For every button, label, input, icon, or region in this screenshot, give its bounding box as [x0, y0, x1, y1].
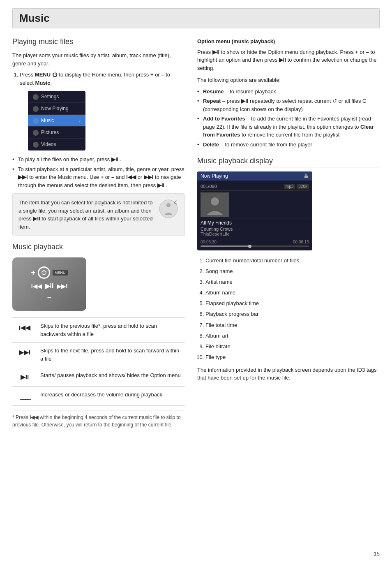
display-item-2: Song name [205, 267, 380, 276]
np-left: 001/090 mp3 320k [201, 184, 309, 236]
display-item-1: Current file number/total number of file… [205, 256, 380, 265]
footer-note: * Press I◀◀ within the beginning 4 secon… [12, 410, 185, 428]
settings-icon [33, 94, 39, 100]
menu-item-videos: Videos [28, 139, 85, 151]
display-item-10: File type [205, 353, 380, 362]
control-desc-play: Starts/ pauses playback and shows/ hides… [37, 367, 185, 387]
step-1: Press MENU ⏻ to display the Home menu, t… [20, 71, 185, 151]
info-box-text: The item that you can select for playbac… [18, 199, 153, 231]
np-album-art [201, 192, 229, 217]
np-now-playing-label: Now Playing [201, 173, 228, 179]
power-icon [41, 270, 47, 276]
option-delete: Delete – to remove current file from the… [197, 141, 380, 149]
menu-item-music: Music › [28, 115, 85, 127]
col-right: Option menu (music playback) Press ▶II t… [197, 37, 380, 432]
np-divider2 [201, 218, 309, 218]
control-symbol-next: ▶▶I [12, 343, 37, 367]
dev-next-btn: ▶▶I [57, 283, 67, 289]
np-album: ThisDesertLife [201, 232, 309, 236]
page: Music Playing music files The player sor… [0, 0, 392, 565]
heading-playing-music: Playing music files [12, 37, 185, 48]
dev-prev-btn: I◀◀ [31, 283, 42, 289]
np-bar-fill [201, 245, 250, 247]
intro-text: The player sorts your music files by art… [12, 51, 185, 67]
np-artist: Counting Crows [201, 227, 309, 232]
np-body: 001/090 mp3 320k [197, 181, 312, 240]
nowplaying-icon [33, 106, 39, 112]
option-menu-intro: Press ▶II to show or hide the Option men… [197, 48, 380, 72]
lock-icon [303, 173, 309, 179]
dev-play-btn: ▶II [45, 282, 54, 290]
control-row-next: ▶▶I Skips to the next file, press and ho… [12, 343, 185, 367]
menu-item-nowplaying: Now Playing [28, 103, 85, 115]
dev-top: + MENU [31, 266, 67, 279]
display-numbered-list: Current file number/total number of file… [205, 256, 380, 362]
step1-text: Press MENU ⏻ to display the Home menu, t… [20, 72, 170, 86]
option-repeat: Repeat – press ▶II repeatedly to select … [197, 97, 380, 113]
display-item-9: File bitrate [205, 342, 380, 351]
bullet-start-specific: To start playback at a particular artist… [12, 165, 185, 190]
volume-slider-icon: ⎯⎯⎯⎯ [20, 392, 30, 401]
np-counter: 001/090 mp3 320k [201, 184, 309, 189]
arrow-icon: › [79, 117, 81, 124]
heading-music-playback: Music playback [12, 243, 185, 253]
title-bar: Music [12, 8, 380, 28]
page-title: Music [19, 12, 373, 25]
option-add-favorites: Add to Favorites – to add the current fi… [197, 115, 380, 139]
control-symbol-vol: ⎯⎯⎯⎯ [12, 387, 37, 406]
np-total: 00:06:15 [293, 240, 309, 244]
display-item-4: Album name [205, 288, 380, 297]
dev-plus-label: + [31, 269, 35, 277]
np-art-placeholder [201, 192, 309, 217]
info-illustration [158, 199, 179, 219]
bullet-play-all: To play all the files on the player, pre… [12, 155, 185, 164]
control-row-prev: I◀◀ Skips to the previous file*, press a… [12, 318, 185, 343]
dev-row: I◀◀ ▶II ▶▶I [31, 282, 68, 290]
control-row-vol: ⎯⎯⎯⎯ Increases or decreases the volume d… [12, 387, 185, 406]
device-illustration: + MENU I◀◀ ▶II ▶▶I – [12, 257, 86, 311]
controls-table: I◀◀ Skips to the previous file*, press a… [12, 317, 185, 406]
dev-minus-label: – [47, 293, 51, 302]
control-desc-prev: Skips to the previous file*, press and h… [37, 318, 185, 343]
np-progress-area: 00:05:30 00:06:15 [197, 240, 312, 250]
svg-point-8 [211, 197, 219, 206]
svg-point-1 [166, 203, 171, 207]
playback-screen-info: The information provided in the playback… [197, 366, 380, 382]
steps-list: Press MENU ⏻ to display the Home menu, t… [20, 71, 185, 151]
control-desc-next: Skips to the next file, press and hold t… [37, 343, 185, 367]
now-playing-box: Now Playing 001/090 mp3 320k [197, 171, 312, 250]
display-item-8: Album art [205, 331, 380, 340]
playback-bullets: To play all the files on the player, pre… [12, 155, 185, 189]
page-number: 15 [374, 551, 380, 557]
np-progress-dot [248, 245, 251, 248]
display-item-5: Elapsed playback time [205, 299, 380, 308]
info-box: The item that you can select for playbac… [12, 193, 185, 236]
menu-mockup: Settings Now Playing Music › Pictures Vi [28, 91, 85, 151]
np-progress-bar [201, 245, 309, 247]
np-divider1 [201, 190, 309, 191]
options-available-label: The following options are available: [197, 76, 380, 84]
svg-rect-6 [304, 176, 308, 178]
dev-power-btn [38, 266, 50, 279]
dev-menu-label: MENU [53, 270, 68, 276]
option-resume: Resume – to resume playback [197, 88, 380, 96]
np-format-badge: mp3 [284, 184, 295, 189]
control-symbol-prev: I◀◀ [12, 318, 37, 343]
display-item-6: Playback progress bar [205, 310, 380, 319]
col-left: Playing music files The player sorts you… [12, 37, 185, 432]
option-menu-heading: Option menu (music playback) [197, 37, 380, 46]
np-song: All My Friends [201, 220, 309, 226]
svg-point-0 [159, 200, 178, 218]
np-times: 00:05:30 00:06:15 [201, 240, 309, 244]
control-row-play: ▶II Starts/ pauses playback and shows/ h… [12, 367, 185, 387]
menu-item-pictures: Pictures [28, 127, 85, 139]
np-header: Now Playing [197, 171, 312, 181]
display-item-7: File total time [205, 321, 380, 330]
control-symbol-play: ▶II [12, 367, 37, 387]
options-list: Resume – to resume playback Repeat – pre… [197, 88, 380, 149]
control-desc-vol: Increases or decreases the volume during… [37, 387, 185, 406]
videos-icon [33, 142, 39, 148]
two-col-layout: Playing music files The player sorts you… [12, 37, 380, 432]
menu-item-settings: Settings [28, 91, 85, 103]
np-elapsed: 00:05:30 [201, 240, 217, 244]
